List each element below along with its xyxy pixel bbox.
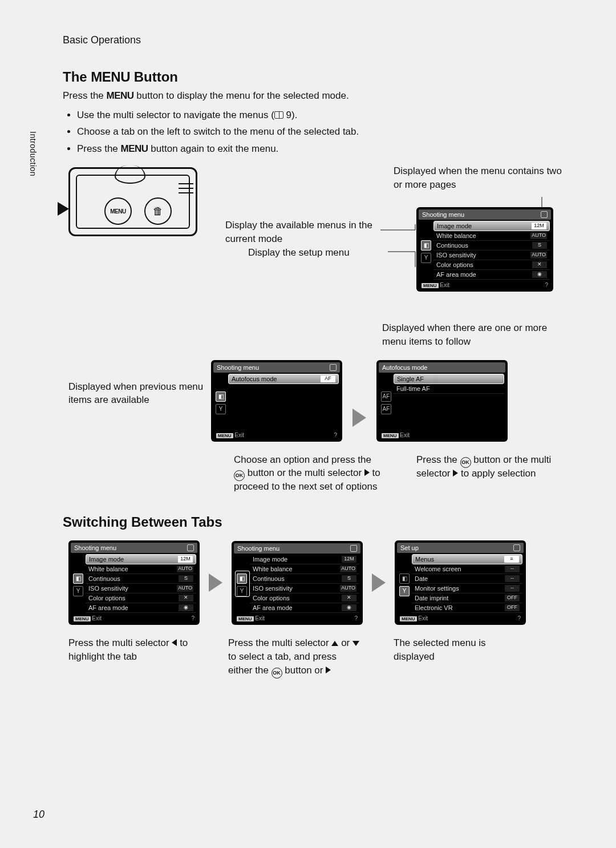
- lcd1-item-2: ContinuousS: [433, 241, 550, 251]
- lcd-shooting-menu-2: Shooting menu ◧Y Autofocus modeAF MENU E…: [211, 360, 342, 442]
- flow-arrow-icon-2: [209, 574, 222, 592]
- bullet-3b: button again to exit the menu.: [148, 143, 279, 154]
- flow-arrow-icon-3: [372, 574, 386, 592]
- annot-prev-avail: Displayed when previous menu items are a…: [68, 360, 205, 407]
- setup-tab-icon: Y: [421, 253, 431, 263]
- page-indicator-icon: [541, 211, 548, 218]
- bullet-3: Press the MENU button again to exit the …: [77, 142, 593, 156]
- lcd1-item-4: Color options✕: [433, 260, 550, 270]
- help-icon: ?: [545, 282, 548, 288]
- section-header: Basic Operations: [23, 34, 593, 46]
- lcd3-title: Autofocus mode: [382, 364, 428, 371]
- lcd2-item-0: Autofocus modeAF: [228, 374, 339, 384]
- af-tab-icon-a: AF: [381, 391, 391, 402]
- intro-1a: Press the: [63, 90, 107, 101]
- lcd2-title: Shooting menu: [217, 364, 259, 371]
- lcd1-item-0: Image mode12M: [433, 221, 550, 231]
- bullet-1-text: Use the multi selector to navigate the m…: [77, 110, 274, 120]
- lcd1-tab-column: ◧ Y: [420, 238, 433, 263]
- lcd1-item-3: ISO sensitivityAUTO: [433, 251, 550, 260]
- h2-button: Button: [134, 69, 178, 84]
- right-arrow-icon-3: [326, 667, 331, 673]
- sw-caption-3: The selected menu is displayed: [394, 636, 519, 664]
- camera-tab-icon-2: ◧: [216, 391, 226, 402]
- annot-current-mode: Display the available menus in the curre…: [225, 219, 379, 246]
- heading-switching-tabs: Switching Between Tabs: [23, 514, 593, 530]
- bullet-1-ref: 9).: [286, 110, 298, 120]
- trash-button-icon: 🗑: [144, 197, 172, 225]
- af-tab-icon-b: AF: [381, 404, 391, 414]
- arrow-press-icon: [58, 202, 69, 216]
- lcd3-exit: Exit: [400, 432, 410, 438]
- right-arrow-icon-1: [364, 469, 370, 476]
- heading-menu-button: The MENU Button: [23, 69, 593, 85]
- lcd-sw-2: Shooting menu ◧Y Image mode12M White bal…: [232, 541, 363, 625]
- ok-button-icon-1: OK: [234, 470, 245, 481]
- h2-the: The: [63, 69, 87, 84]
- book-ref-icon: [274, 111, 283, 119]
- lcd1-item-1: White balanceAUTO: [433, 231, 550, 241]
- lcd-setup-item-3: Monitor settings--: [412, 584, 522, 593]
- lcd2-exit: Exit: [234, 432, 244, 438]
- camera-illustration: MENU 🗑: [68, 167, 197, 236]
- up-arrow-icon: [331, 641, 338, 646]
- lcd-autofocus-mode: Autofocus mode AFAF Single AF Full-time …: [376, 360, 508, 442]
- menu-word-inline-1: MENU: [107, 90, 134, 101]
- lcd-setup-item-2: Date--: [412, 574, 522, 584]
- menu-word-inline-2: MENU: [121, 143, 148, 154]
- annot-apply-selection: Press the OK button or the multi selecto…: [416, 453, 559, 480]
- lcd-sw-3-setup: Set up ◧Y Menus≡ Welcome screen-- Date--…: [395, 540, 526, 625]
- lcd-setup-item-0: Menus≡: [412, 554, 522, 564]
- menu-word-icon: MENU: [91, 69, 130, 84]
- lcd-shooting-menu-1: Shooting menu ◧ Y Image mode12M White ba…: [416, 207, 553, 292]
- lcd-setup-item-1: Welcome screen--: [412, 564, 522, 574]
- lcd-sw-1: Shooting menu ◧Y Image mode12M White bal…: [68, 540, 200, 625]
- bullet-2: Choose a tab on the left to switch to th…: [77, 124, 593, 139]
- intro-1b: button to display the menu for the selec…: [134, 90, 349, 101]
- intro-paragraph: Press the MENU button to display the men…: [23, 88, 593, 103]
- sw-caption-2: Press the multi selector or to select a …: [228, 636, 359, 677]
- lcd1-title: Shooting menu: [422, 211, 464, 218]
- lcd3-item-0: Single AF: [394, 374, 504, 384]
- annot-pages: Displayed when the menu contains two or …: [394, 164, 570, 192]
- bullet-3a: Press the: [77, 143, 121, 154]
- lcd1-exit: Exit: [440, 282, 449, 288]
- sw-caption-1: Press the multi selector to highlight th…: [68, 636, 194, 664]
- lcd-setup-item-5: Electronic VROFF: [412, 603, 522, 613]
- camera-tab-icon: ◧: [421, 240, 431, 251]
- down-arrow-icon: [352, 641, 359, 646]
- ok-button-icon-3: OK: [271, 668, 282, 679]
- annot-setup-menu: Display the setup menu: [248, 246, 391, 260]
- setup-tab-icon-2: Y: [216, 404, 226, 414]
- flow-arrow-icon-1: [352, 409, 366, 427]
- annot-choose-option: Choose an option and press the OK button…: [234, 453, 382, 494]
- lcd1-item-5: AF area mode◉: [433, 270, 550, 280]
- menu-button-icon: MENU: [104, 197, 132, 225]
- ok-button-icon-2: OK: [460, 457, 471, 468]
- bullet-1: Use the multi selector to navigate the m…: [77, 108, 593, 123]
- lcd-setup-title: Set up: [400, 544, 419, 551]
- page-number: 10: [33, 809, 44, 821]
- bullet-list: Use the multi selector to navigate the m…: [23, 108, 593, 156]
- page-indicator-icon-2: [330, 364, 337, 371]
- right-arrow-icon-2: [453, 470, 458, 477]
- lcd-setup-item-4: Date imprintOFF: [412, 593, 522, 603]
- page: Basic Operations Introduction The MENU B…: [0, 0, 616, 848]
- lcd3-item-1: Full-time AF: [394, 384, 504, 394]
